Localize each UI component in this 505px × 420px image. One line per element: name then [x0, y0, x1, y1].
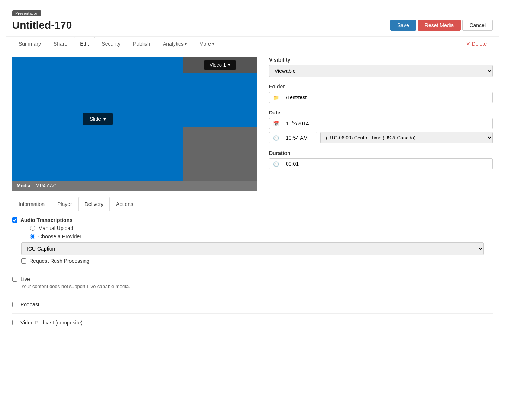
choose-provider-label[interactable]: Choose a Provider	[30, 233, 493, 239]
reset-media-button[interactable]: Reset Media	[418, 20, 461, 31]
time-input[interactable]	[283, 133, 317, 143]
tab-summary[interactable]: Summary	[12, 37, 47, 51]
vidpodcast-checkbox[interactable]	[12, 320, 17, 325]
tab-share[interactable]: Share	[47, 37, 74, 51]
tab-information[interactable]: Information	[12, 197, 51, 211]
tab-analytics[interactable]: Analytics ▾	[156, 37, 193, 51]
folder-icon	[269, 92, 283, 103]
divider-1	[12, 270, 493, 270]
tab-delivery[interactable]: Delivery	[78, 197, 110, 211]
folder-input-row	[269, 92, 493, 103]
delivery-content: Audio Transcriptions Manual Upload Choos…	[6, 211, 499, 336]
analytics-dropdown-icon: ▾	[185, 42, 187, 46]
divider-2	[12, 295, 493, 295]
slide-dropdown-icon: ▾	[103, 116, 106, 122]
live-checkbox[interactable]	[12, 277, 17, 282]
rush-processing-checkbox[interactable]	[21, 258, 26, 264]
folder-group: Folder	[269, 84, 493, 103]
tab-player[interactable]: Player	[51, 197, 78, 211]
video1-panel: Video 1 ▾	[183, 57, 257, 181]
duration-label: Duration	[269, 150, 493, 156]
date-label: Date	[269, 110, 493, 116]
lower-tabs: Information Player Delivery Actions	[12, 197, 493, 211]
visibility-label: Visibility	[269, 57, 493, 63]
slide-button[interactable]: Slide ▾	[83, 113, 113, 125]
tab-actions[interactable]: Actions	[110, 197, 139, 211]
podcast-checkbox[interactable]	[12, 302, 17, 307]
date-group: Date (UTC-06:00) Central Time (US & Cana…	[269, 110, 493, 143]
lower-tabs-container: Information Player Delivery Actions	[6, 197, 499, 211]
live-section: Live Your content does not support Live-…	[12, 276, 493, 289]
video1-button[interactable]: Video 1 ▾	[204, 60, 236, 70]
audio-transcriptions-label[interactable]: Audio Transcriptions	[12, 217, 493, 223]
visibility-group: Visibility Viewable Private Public	[269, 57, 493, 77]
time-input-row	[269, 132, 317, 143]
vidpodcast-row[interactable]: Video Podcast (composite)	[12, 320, 493, 326]
tab-publish[interactable]: Publish	[127, 37, 156, 51]
cancel-button[interactable]: Cancel	[462, 20, 493, 31]
presentation-badge: Presentation	[12, 10, 41, 16]
video1-bg	[183, 73, 257, 127]
media-bar: Media: MP4 AAC	[12, 181, 257, 191]
choose-provider-radio[interactable]	[30, 234, 35, 239]
calendar-icon	[269, 118, 283, 129]
tab-security[interactable]: Security	[95, 37, 127, 51]
timezone-select[interactable]: (UTC-06:00) Central Time (US & Canada) (…	[320, 132, 493, 143]
delete-button[interactable]: ✕ Delete	[460, 37, 493, 51]
save-button[interactable]: Save	[390, 20, 416, 31]
podcast-row[interactable]: Podcast	[12, 301, 493, 307]
tab-more[interactable]: More ▾	[193, 37, 220, 51]
rush-processing-row: Request Rush Processing	[21, 258, 484, 264]
live-note: Your content does not support Live-capab…	[21, 284, 493, 289]
audio-transcriptions-checkbox[interactable]	[12, 217, 17, 223]
delete-icon: ✕	[466, 41, 470, 47]
visibility-select[interactable]: Viewable Private Public	[269, 65, 493, 77]
right-panel: Visibility Viewable Private Public Folde…	[263, 51, 499, 197]
live-label[interactable]: Live	[12, 276, 493, 282]
folder-input[interactable]	[283, 92, 492, 103]
duration-icon	[269, 159, 283, 169]
editor-area: Slide ▾ Video 1 ▾	[6, 51, 263, 197]
video-container: Slide ▾ Video 1 ▾	[12, 57, 257, 191]
date-input-row	[269, 118, 493, 129]
video1-dropdown-icon: ▾	[228, 62, 230, 68]
page-title: Untitled-170	[12, 19, 72, 31]
provider-select[interactable]: ICU Caption 3Play Media Cielo24	[21, 242, 484, 255]
manual-upload-radio[interactable]	[30, 226, 35, 231]
slide-panel: Slide ▾	[12, 57, 183, 181]
duration-input[interactable]	[283, 159, 492, 169]
audio-transcriptions-section: Audio Transcriptions Manual Upload Choos…	[12, 217, 493, 264]
time-icon	[269, 133, 283, 143]
date-input[interactable]	[283, 118, 492, 129]
more-dropdown-icon: ▾	[212, 42, 214, 46]
provider-select-row: ICU Caption 3Play Media Cielo24	[21, 242, 484, 255]
video1-dark	[183, 127, 257, 181]
manual-upload-label[interactable]: Manual Upload	[30, 225, 493, 231]
top-tabs: Summary Share Edit Security Publish Anal…	[6, 37, 499, 51]
duration-group: Duration	[269, 150, 493, 169]
audio-transcriptions-sub: Manual Upload Choose a Provider	[21, 225, 493, 239]
tab-edit[interactable]: Edit	[74, 37, 95, 51]
divider-3	[12, 313, 493, 314]
duration-input-row	[269, 158, 493, 169]
folder-label: Folder	[269, 84, 493, 90]
